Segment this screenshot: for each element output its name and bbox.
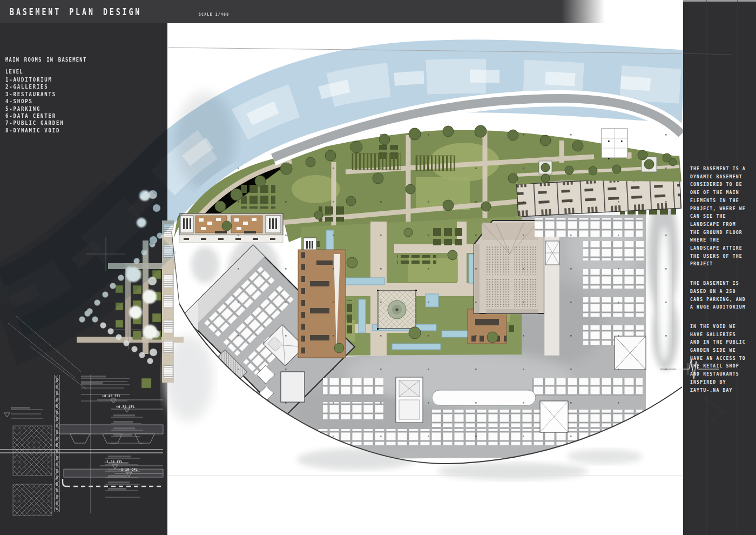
scale-label: SCALE 1/400 <box>199 12 229 17</box>
legend-item: 4-SHOPS <box>5 98 138 105</box>
level-label-cfl-top: +0.30 CFL <box>116 405 135 409</box>
page-title: Basement Plan Design <box>10 3 141 18</box>
legend-item: 8-DYNAMIC VOID <box>5 127 138 134</box>
legend-item: 7-PUBLIC GARDEN <box>5 119 138 126</box>
legend-item: 5-PARKING <box>5 105 138 112</box>
level-label-ffl-bottom: -3.00 FFL <box>104 460 123 464</box>
legend-item: 1-AUDITORIUM <box>5 76 138 83</box>
description-paragraph: IN THE VOID WE HAVE GALLERIES AND IN THE… <box>690 323 749 394</box>
description-paragraph: THE BASEMENT IS BASED ON A 250 CARS PARK… <box>690 279 749 311</box>
rooftop-building <box>602 129 627 159</box>
legend-list: 1-AUDITORIUM2-GALLERIES3-RESTAURANTS4-SH… <box>5 76 138 134</box>
level-label-ffl-top: +0.40 FFL <box>102 394 121 398</box>
description-panel: THE BASEMENT IS A DYNAMIC BASEMENT CONSI… <box>690 165 749 405</box>
legend-item: 6-DATA CENTER <box>5 112 138 119</box>
legend-heading: Main Rooms In Basement <box>5 54 87 64</box>
presentation-board: Basement Plan Design SCALE 1/400 Main Ro… <box>0 0 756 535</box>
legend-item: 2-GALLERIES <box>5 83 138 90</box>
level-label-cfl-bottom: -3.10 CFL <box>119 467 138 472</box>
legend-subheading: Level <box>5 65 23 76</box>
legend-item: 3-RESTAURANTS <box>5 91 138 98</box>
description-paragraph: THE BASEMENT IS A DYNAMIC BASEMENT CONSI… <box>690 165 749 268</box>
